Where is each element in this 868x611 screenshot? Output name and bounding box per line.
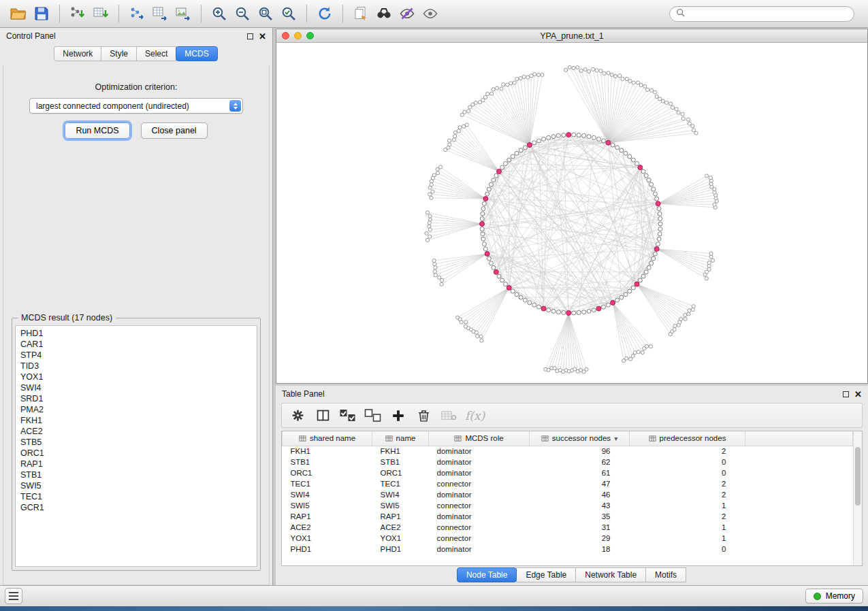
mcds-result-item[interactable]: TEC1 <box>16 491 257 502</box>
table-scrollbar[interactable] <box>853 431 862 565</box>
table-cell: 35 <box>530 511 630 522</box>
search-box[interactable] <box>669 6 854 22</box>
column-header-shared-name[interactable]: shared name <box>283 431 372 446</box>
column-header-predecessor-nodes[interactable]: predecessor nodes <box>630 431 745 446</box>
table-cell-filler <box>745 533 853 544</box>
close-panel-icon[interactable]: ✕ <box>259 32 266 41</box>
mcds-result-item[interactable]: ACE2 <box>16 426 257 437</box>
duplicate-network-icon[interactable] <box>349 3 372 24</box>
table-cell: YOX1 <box>283 533 372 544</box>
search-input[interactable] <box>689 8 848 19</box>
table-row[interactable]: SWI4SWI4dominator462 <box>283 489 853 500</box>
column-header-filler <box>745 431 853 446</box>
column-header-name[interactable]: name <box>372 431 429 446</box>
table-cell: 29 <box>530 533 630 544</box>
memory-button[interactable]: Memory <box>805 589 863 604</box>
zoom-out-icon[interactable] <box>231 3 254 24</box>
select-all-rows-icon[interactable] <box>338 406 358 425</box>
table-row[interactable]: PHD1PHD1dominator180 <box>283 544 853 555</box>
tab-style[interactable]: Style <box>101 46 137 61</box>
table-cell: connector <box>429 478 530 489</box>
mcds-result-item[interactable]: STB5 <box>16 437 257 448</box>
table-row[interactable]: YOX1YOX1connector291 <box>283 533 853 544</box>
import-table-icon[interactable] <box>89 3 112 24</box>
mcds-result-item[interactable]: SRD1 <box>16 393 257 404</box>
table-row[interactable]: STB1STB1dominator620 <box>283 457 853 467</box>
mcds-result-item[interactable]: STP4 <box>16 350 257 361</box>
table-cell: PHD1 <box>283 544 372 555</box>
close-table-panel-icon[interactable]: ✕ <box>854 390 862 399</box>
mcds-result-item[interactable]: STB1 <box>16 469 257 480</box>
apply-layout-icon[interactable] <box>313 3 336 24</box>
criterion-dropdown-value: largest connected component (undirected) <box>36 101 225 111</box>
table-cell: SWI4 <box>372 489 429 500</box>
add-column-icon[interactable] <box>388 406 408 425</box>
table-cell: FKH1 <box>372 446 429 457</box>
close-panel-button[interactable]: Close panel <box>141 122 208 139</box>
mcds-result-item[interactable]: FKH1 <box>16 415 257 426</box>
toolbar-separator <box>118 5 119 22</box>
mcds-result-item[interactable]: GCR1 <box>16 502 257 513</box>
save-session-icon[interactable] <box>30 3 53 24</box>
export-table-icon[interactable] <box>148 3 172 24</box>
find-binoculars-icon[interactable] <box>372 3 396 24</box>
tab-node-table[interactable]: Node Table <box>457 567 517 582</box>
tab-motifs[interactable]: Motifs <box>645 567 686 582</box>
table-row[interactable]: ORC1ORC1dominator610 <box>283 467 853 478</box>
mcds-result-list[interactable]: PHD1CAR1STP4TID3YOX1SWI4SRD1PMA2FKH1ACE2… <box>15 325 257 567</box>
mcds-result-item[interactable]: SWI4 <box>16 382 257 393</box>
open-file-icon[interactable] <box>7 3 30 24</box>
node-table-body: FKH1FKH1dominator962STB1STB1dominator620… <box>283 446 853 555</box>
float-panel-icon[interactable] <box>247 33 253 39</box>
mcds-result-item[interactable]: PMA2 <box>16 404 257 415</box>
mcds-result-item[interactable]: PHD1 <box>16 328 257 339</box>
export-network-icon[interactable] <box>125 3 148 24</box>
table-cell: 62 <box>530 457 630 467</box>
zoom-fit-icon[interactable] <box>254 3 277 24</box>
tab-select[interactable]: Select <box>136 46 176 61</box>
table-row[interactable]: SWI5SWI5connector431 <box>283 500 853 511</box>
table-row[interactable]: FKH1FKH1dominator962 <box>283 446 853 457</box>
mcds-result-item[interactable]: YOX1 <box>16 371 257 382</box>
deselect-all-rows-icon[interactable] <box>363 406 383 425</box>
column-type-icon <box>454 435 462 442</box>
table-scrollbar-thumb[interactable] <box>855 447 861 506</box>
table-cell: TEC1 <box>372 478 429 489</box>
import-network-icon[interactable] <box>66 3 89 24</box>
column-header-mcds-role[interactable]: MCDS role <box>429 431 530 446</box>
clear-table-icon-disabled <box>438 406 459 425</box>
mcds-result-item[interactable]: RAP1 <box>16 459 257 469</box>
network-titlebar[interactable]: YPA_prune.txt_1 <box>276 29 867 43</box>
float-table-panel-icon[interactable] <box>843 391 849 397</box>
run-mcds-button[interactable]: Run MCDS <box>65 122 129 139</box>
tab-network[interactable]: Network <box>54 46 101 61</box>
network-canvas[interactable] <box>276 43 867 383</box>
mcds-result-item[interactable]: CAR1 <box>16 339 257 350</box>
show-columns-icon[interactable] <box>312 406 333 425</box>
tab-mcds[interactable]: MCDS <box>176 46 217 61</box>
delete-column-icon[interactable] <box>413 406 434 425</box>
table-cell: STB1 <box>283 457 372 467</box>
export-image-icon[interactable] <box>172 3 195 24</box>
control-panel-tabs: Network Style Select MCDS <box>0 44 272 65</box>
log-console-icon[interactable] <box>5 588 22 604</box>
show-all-icon[interactable] <box>419 3 442 24</box>
tab-network-table[interactable]: Network Table <box>575 567 646 582</box>
hide-selected-icon[interactable] <box>396 3 419 24</box>
network-graph[interactable] <box>276 43 867 383</box>
mcds-result-item[interactable]: SWI5 <box>16 480 257 491</box>
table-row[interactable]: TEC1TEC1connector472 <box>283 478 853 489</box>
tab-edge-table[interactable]: Edge Table <box>516 567 576 582</box>
table-cell-filler <box>745 544 853 555</box>
table-row[interactable]: RAP1RAP1dominator352 <box>283 511 853 522</box>
table-row[interactable]: ACE2ACE2connector311 <box>283 522 853 533</box>
column-header-successor-nodes[interactable]: successor nodes▾ <box>530 431 630 446</box>
table-cell: ORC1 <box>372 467 429 478</box>
mcds-result-item[interactable]: ORC1 <box>16 448 257 459</box>
table-settings-gear-icon[interactable] <box>287 406 308 425</box>
criterion-dropdown[interactable]: largest connected component (undirected) <box>29 98 243 114</box>
mcds-result-item[interactable]: TID3 <box>16 361 257 371</box>
zoom-in-icon[interactable] <box>208 3 231 24</box>
zoom-selected-icon[interactable] <box>277 3 300 24</box>
table-cell: 43 <box>530 500 630 511</box>
